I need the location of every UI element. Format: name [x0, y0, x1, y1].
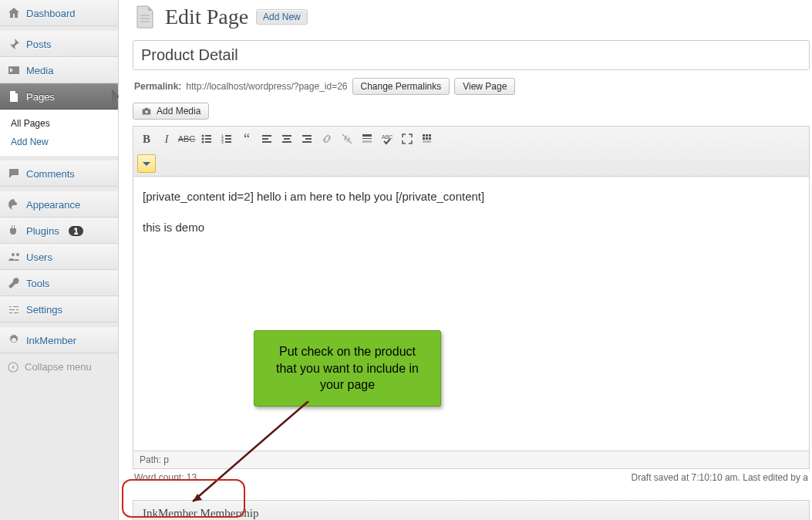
- sidebar-item-label: Pages: [26, 91, 55, 103]
- pin-icon: [8, 38, 20, 50]
- svg-rect-20: [302, 135, 312, 137]
- show-toolbar-button[interactable]: [137, 154, 156, 173]
- sidebar-item-label: Posts: [26, 39, 52, 50]
- home-icon: [8, 7, 20, 19]
- svg-point-6: [202, 141, 204, 144]
- svg-rect-32: [429, 137, 431, 140]
- sidebar-item-label: Dashboard: [26, 8, 76, 19]
- sidebar-item-pages[interactable]: Pages: [0, 83, 118, 110]
- spellcheck-button[interactable]: ABC: [378, 130, 396, 148]
- blockquote-button[interactable]: “: [238, 130, 256, 148]
- svg-rect-21: [305, 138, 312, 140]
- add-media-button[interactable]: Add Media: [133, 103, 209, 120]
- svg-rect-29: [429, 134, 431, 137]
- permalink-url: http://localhost/wordpress/?page_id=26: [186, 81, 347, 92]
- svg-rect-33: [423, 140, 431, 143]
- main-content: Edit Page Add New Permalink: http://loca…: [119, 0, 812, 520]
- align-center-button[interactable]: [278, 130, 296, 148]
- svg-rect-22: [302, 141, 312, 143]
- metabox-title: InkMember Membership: [133, 501, 809, 520]
- editor-toolbar: B I ABC 123 “ ABC: [133, 127, 809, 177]
- svg-rect-7: [205, 141, 211, 143]
- bullet-list-button[interactable]: [197, 130, 216, 148]
- sidebar-item-users[interactable]: Users: [0, 244, 118, 270]
- bold-button[interactable]: B: [137, 130, 156, 148]
- svg-rect-9: [225, 135, 231, 137]
- svg-point-1: [145, 110, 148, 113]
- sidebar-item-comments[interactable]: Comments: [0, 160, 118, 187]
- editor-content-area[interactable]: [private_content id=2] hello i am here t…: [133, 177, 809, 451]
- align-left-button[interactable]: [258, 130, 276, 148]
- svg-rect-19: [282, 141, 291, 143]
- insert-more-button[interactable]: [358, 130, 376, 148]
- sidebar-item-settings[interactable]: Settings: [0, 296, 118, 322]
- media-icon: [8, 64, 20, 76]
- svg-rect-30: [423, 137, 425, 140]
- word-count: Word count: 13: [134, 472, 197, 483]
- autosave-status: Draft saved at 7:10:10 am. Last edited b…: [632, 472, 808, 483]
- svg-rect-24: [362, 138, 372, 139]
- view-page-button[interactable]: View Page: [454, 78, 515, 95]
- svg-text:3: 3: [221, 140, 224, 144]
- svg-rect-31: [426, 137, 428, 140]
- sidebar-item-label: Users: [26, 252, 52, 263]
- svg-rect-18: [284, 138, 290, 140]
- editor-path: Path: p: [133, 451, 809, 468]
- add-media-label: Add Media: [157, 106, 200, 116]
- add-new-button[interactable]: Add New: [256, 9, 308, 25]
- svg-point-4: [202, 138, 204, 140]
- align-right-button[interactable]: [298, 130, 316, 148]
- permalink-label: Permalink:: [134, 81, 181, 92]
- collapse-menu[interactable]: Collapse menu: [0, 353, 118, 380]
- inkmember-metabox: InkMember Membership Cosmetic Medicine: [133, 500, 810, 520]
- plugins-icon: [8, 225, 20, 237]
- change-permalinks-button[interactable]: Change Permalinks: [352, 78, 450, 95]
- settings-icon: [8, 303, 20, 316]
- sidebar-item-label: Appearance: [26, 199, 80, 211]
- svg-rect-13: [225, 141, 231, 143]
- editor-line: this is demo: [143, 218, 800, 237]
- italic-button[interactable]: I: [157, 130, 176, 148]
- svg-rect-17: [282, 135, 291, 137]
- strikethrough-button[interactable]: ABC: [177, 130, 196, 148]
- svg-rect-15: [262, 138, 268, 140]
- svg-text:ABC: ABC: [382, 134, 393, 140]
- svg-point-2: [202, 135, 204, 137]
- svg-rect-27: [423, 134, 425, 137]
- camera-icon: [141, 106, 152, 116]
- svg-rect-25: [362, 140, 372, 143]
- numbered-list-button[interactable]: 123: [217, 130, 236, 148]
- sidebar-item-inkmember[interactable]: InkMember: [0, 327, 118, 353]
- sidebar-item-label: Tools: [26, 278, 49, 289]
- page-icon: [133, 5, 157, 29]
- kitchen-sink-button[interactable]: [418, 130, 436, 148]
- link-button[interactable]: [318, 130, 336, 148]
- sidebar-subitem-add-new[interactable]: Add New: [0, 133, 118, 151]
- page-title: Edit Page: [165, 5, 248, 29]
- svg-rect-28: [426, 134, 428, 137]
- gear-icon: [8, 334, 20, 346]
- sidebar-item-plugins[interactable]: Plugins 1: [0, 218, 118, 244]
- svg-rect-16: [262, 141, 271, 143]
- sidebar-item-dashboard[interactable]: Dashboard: [0, 0, 118, 26]
- sidebar-item-posts[interactable]: Posts: [0, 31, 118, 57]
- sidebar-item-appearance[interactable]: Appearance: [0, 191, 118, 218]
- permalink-row: Permalink: http://localhost/wordpress/?p…: [133, 70, 812, 95]
- editor-footer: Word count: 13 Draft saved at 7:10:10 am…: [133, 469, 810, 486]
- fullscreen-button[interactable]: [398, 130, 416, 148]
- post-title-input[interactable]: [133, 40, 810, 70]
- svg-rect-11: [225, 138, 231, 140]
- sidebar-item-media[interactable]: Media: [0, 57, 118, 83]
- sidebar-item-label: Settings: [26, 304, 62, 316]
- unlink-button[interactable]: [338, 130, 356, 148]
- plugins-update-badge: 1: [69, 226, 84, 236]
- svg-rect-5: [205, 138, 211, 140]
- sidebar-item-label: InkMember: [26, 335, 76, 346]
- sidebar-item-label: Media: [26, 65, 53, 76]
- collapse-label: Collapse menu: [25, 361, 92, 373]
- sidebar-subitem-all-pages[interactable]: All Pages: [0, 114, 118, 133]
- pages-icon: [8, 90, 20, 103]
- sidebar-item-tools[interactable]: Tools: [0, 270, 118, 296]
- svg-rect-14: [262, 135, 271, 137]
- tools-icon: [8, 277, 20, 289]
